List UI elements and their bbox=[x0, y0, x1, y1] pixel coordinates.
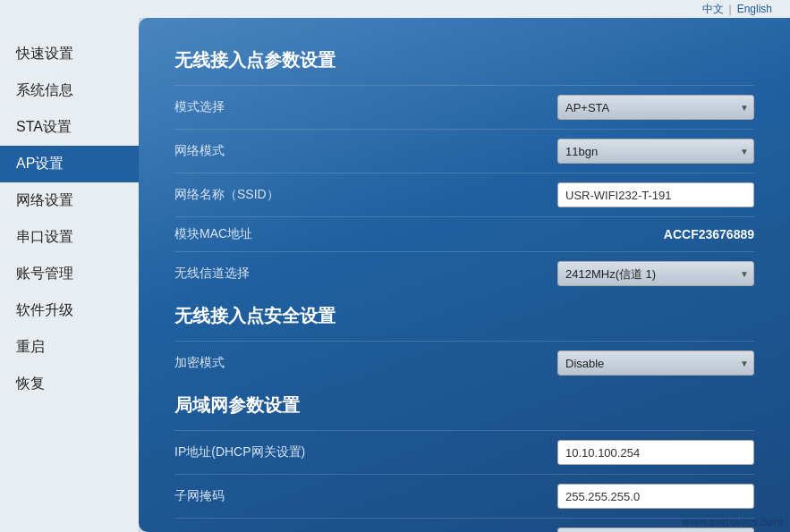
sidebar-item-system-info[interactable]: 系统信息 bbox=[0, 72, 139, 109]
mode-label: 模式选择 bbox=[174, 99, 353, 115]
language-bar: 中文 | English bbox=[0, 0, 790, 18]
sidebar-item-reboot[interactable]: 重启 bbox=[0, 329, 139, 366]
network-mode-row: 网络模式 11bgn 11bg 11b bbox=[174, 129, 754, 164]
encrypt-select[interactable]: Disable WEP WPA WPA2 bbox=[557, 350, 754, 376]
sidebar-item-quick-setup[interactable]: 快速设置 bbox=[0, 36, 139, 72]
channel-label: 无线信道选择 bbox=[174, 266, 353, 282]
sidebar-item-sta-settings[interactable]: STA设置 bbox=[0, 109, 139, 146]
subnet-control bbox=[353, 484, 754, 509]
ssid-label: 网络名称（SSID） bbox=[174, 187, 353, 203]
sidebar: 快速设置 系统信息 STA设置 AP设置 网络设置 串口设置 账号管理 软件升级… bbox=[0, 18, 139, 532]
mac-label: 模块MAC地址 bbox=[174, 226, 353, 242]
encrypt-label: 加密模式 bbox=[174, 355, 353, 371]
mode-select[interactable]: AP+STA AP STA bbox=[557, 95, 754, 120]
channel-select[interactable]: 2412MHz(信道 1) 2437MHz(信道 6) 2462MHz(信道 1… bbox=[557, 261, 754, 286]
lang-en[interactable]: English bbox=[737, 3, 772, 15]
sidebar-item-serial-settings[interactable]: 串口设置 bbox=[0, 219, 139, 256]
subnet-input[interactable] bbox=[557, 484, 754, 509]
encrypt-row: 加密模式 Disable WEP WPA WPA2 bbox=[174, 341, 754, 376]
main-content: 无线接入点参数设置 模式选择 AP+STA AP STA 网络模式 11bgn … bbox=[139, 18, 790, 532]
mode-row: 模式选择 AP+STA AP STA bbox=[174, 85, 754, 120]
channel-select-wrapper: 2412MHz(信道 1) 2437MHz(信道 6) 2462MHz(信道 1… bbox=[557, 261, 754, 286]
section2-title: 无线接入点安全设置 bbox=[174, 304, 754, 328]
sidebar-item-account-mgmt[interactable]: 账号管理 bbox=[0, 256, 139, 292]
mac-control: ACCF23676889 bbox=[353, 227, 754, 241]
network-mode-select[interactable]: 11bgn 11bg 11b bbox=[557, 139, 754, 164]
sidebar-item-firmware-upgrade[interactable]: 软件升级 bbox=[0, 292, 139, 329]
channel-row: 无线信道选择 2412MHz(信道 1) 2437MHz(信道 6) 2462M… bbox=[174, 251, 754, 286]
ssid-input[interactable] bbox=[557, 182, 754, 207]
encrypt-select-wrapper: Disable WEP WPA WPA2 bbox=[557, 350, 754, 376]
encrypt-control: Disable WEP WPA WPA2 bbox=[353, 350, 754, 376]
subnet-row: 子网掩码 bbox=[174, 474, 754, 509]
sidebar-item-ap-settings[interactable]: AP设置 bbox=[0, 146, 139, 182]
ip-row: IP地址(DHCP网关设置) bbox=[174, 430, 754, 465]
section3-title: 局域网参数设置 bbox=[174, 393, 754, 418]
dhcp-row: DHCP 类型 服务器 客户端 禁用 bbox=[174, 518, 754, 532]
sidebar-item-restore[interactable]: 恢复 bbox=[0, 366, 139, 402]
lang-zh[interactable]: 中文 bbox=[702, 2, 724, 17]
ssid-control bbox=[353, 182, 754, 207]
ip-label: IP地址(DHCP网关设置) bbox=[174, 444, 353, 460]
network-mode-control: 11bgn 11bg 11b bbox=[353, 139, 754, 164]
mode-control: AP+STA AP STA bbox=[353, 95, 754, 120]
channel-control: 2412MHz(信道 1) 2437MHz(信道 6) 2462MHz(信道 1… bbox=[353, 261, 754, 286]
sidebar-item-network-settings[interactable]: 网络设置 bbox=[0, 182, 139, 219]
ip-control bbox=[353, 440, 754, 465]
lang-separator: | bbox=[729, 3, 732, 15]
ip-input[interactable] bbox=[557, 440, 754, 465]
mac-row: 模块MAC地址 ACCF23676889 bbox=[174, 216, 754, 242]
subnet-label: 子网掩码 bbox=[174, 488, 353, 504]
network-mode-label: 网络模式 bbox=[174, 143, 353, 159]
section1-title: 无线接入点参数设置 bbox=[174, 48, 754, 72]
ssid-row: 网络名称（SSID） bbox=[174, 173, 754, 207]
watermark: www.cntronics.com bbox=[682, 516, 783, 528]
mac-value: ACCF23676889 bbox=[664, 227, 754, 241]
mode-select-wrapper: AP+STA AP STA bbox=[557, 95, 754, 120]
network-mode-select-wrapper: 11bgn 11bg 11b bbox=[557, 139, 754, 164]
